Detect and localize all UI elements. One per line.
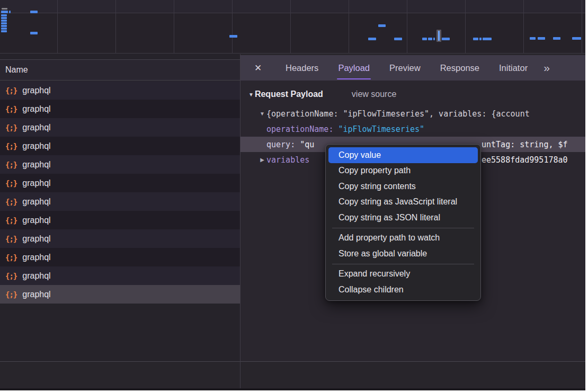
context-menu: Copy valueCopy property pathCopy string … <box>325 144 481 301</box>
property-key: operationName: <box>266 124 333 134</box>
menu-item-copy-property-path[interactable]: Copy property path <box>326 163 480 179</box>
property-key: variables <box>266 155 309 165</box>
menu-item-collapse-children[interactable]: Collapse children <box>326 282 480 298</box>
request-timing-bar <box>473 38 478 40</box>
request-row-graphql[interactable]: {;}graphql <box>0 100 240 118</box>
overview-timeline-band <box>0 0 585 13</box>
request-timing-bar <box>2 8 7 10</box>
request-row-graphql[interactable]: {;}graphql <box>0 192 240 211</box>
overview-gridline <box>232 0 233 54</box>
json-braces-icon: {;} <box>5 216 17 225</box>
tabs-holder: HeadersPayloadPreviewResponseInitiator <box>266 55 528 81</box>
request-row-graphql[interactable]: {;}graphql <box>0 81 240 100</box>
request-timing-bar <box>483 38 492 40</box>
request-timing-bar <box>530 37 536 40</box>
close-icon[interactable]: ✕ <box>254 63 266 74</box>
request-row-graphql[interactable]: {;}graphql <box>0 174 240 192</box>
request-name-label: graphql <box>22 86 50 95</box>
overview-gridline <box>57 0 58 54</box>
details-tab-bar: ✕ HeadersPayloadPreviewResponseInitiator… <box>240 55 585 81</box>
request-timing-bar <box>30 11 38 13</box>
property-key: query: <box>266 140 295 149</box>
request-timing-bar <box>1 28 7 30</box>
variables-preview-right-fragment: ee5588fdad995178a0 <box>482 152 568 167</box>
request-row-graphql[interactable]: {;}graphql <box>0 137 240 155</box>
section-title: Request Payload <box>255 90 323 99</box>
json-braces-icon: {;} <box>5 86 17 95</box>
request-row-graphql[interactable]: {;}graphql <box>0 211 240 229</box>
request-timing-bar <box>1 11 8 13</box>
more-tabs-icon[interactable]: » <box>544 61 549 74</box>
json-braces-icon: {;} <box>5 179 17 188</box>
request-timing-bar <box>394 38 402 40</box>
json-braces-icon: {;} <box>5 105 17 113</box>
overview-gridline <box>349 0 349 54</box>
menu-separator <box>332 264 474 264</box>
request-name-label: graphql <box>22 141 50 151</box>
tab-preview[interactable]: Preview <box>389 55 421 81</box>
request-name-label: graphql <box>22 123 50 132</box>
request-row-graphql[interactable]: {;}graphql <box>0 229 240 248</box>
collapsed-caret-icon[interactable]: ▶ <box>258 157 266 163</box>
request-timing-bar <box>422 38 427 40</box>
panel-divider <box>240 361 240 388</box>
summary-footer-bar <box>0 361 585 388</box>
request-timing-bar <box>428 38 432 40</box>
overview-gridline <box>174 0 174 54</box>
request-timing-bar <box>9 11 11 13</box>
request-list-panel: Name {;}graphql{;}graphql{;}graphql{;}gr… <box>0 54 240 361</box>
menu-item-copy-string-contents[interactable]: Copy string contents <box>326 179 480 194</box>
request-row-graphql[interactable]: {;}graphql <box>0 248 240 266</box>
request-row-graphql[interactable]: {;}graphql <box>0 266 240 285</box>
request-timing-bar <box>1 25 7 27</box>
request-timing-bar <box>442 38 450 40</box>
request-name-label: graphql <box>22 234 50 244</box>
json-braces-icon: {;} <box>5 290 17 299</box>
request-timing-bar <box>1 22 7 24</box>
json-braces-icon: {;} <box>5 123 17 132</box>
menu-item-add-property-path-to-watch[interactable]: Add property path to watch <box>326 230 480 246</box>
tab-response[interactable]: Response <box>440 55 479 81</box>
overview-gridline <box>115 0 116 54</box>
request-timing-bar <box>1 30 7 32</box>
request-name-label: graphql <box>22 197 50 207</box>
request-name-label: graphql <box>22 160 50 170</box>
json-braces-icon: {;} <box>5 161 17 169</box>
window-bottom-edge <box>0 388 585 390</box>
overview-gridline <box>290 0 291 54</box>
tab-headers[interactable]: Headers <box>286 55 318 81</box>
request-rows: {;}graphql{;}graphql{;}graphql{;}graphql… <box>0 81 240 304</box>
tree-row-root[interactable]: ▼ {operationName: "ipFlowTimeseries", va… <box>240 106 585 121</box>
request-row-graphql[interactable]: {;}graphql <box>0 118 240 137</box>
request-timing-bar <box>479 38 482 40</box>
menu-separator <box>332 228 474 228</box>
section-collapse-icon[interactable]: ▼ <box>248 92 254 97</box>
menu-item-copy-string-as-javascript-literal[interactable]: Copy string as JavaScript literal <box>326 194 480 210</box>
request-name-label: graphql <box>22 104 50 114</box>
json-braces-icon: {;} <box>5 272 17 280</box>
root-object-preview: {operationName: "ipFlowTimeseries", vari… <box>266 109 530 119</box>
property-value-right-fragment: untTag: string, $f <box>482 137 568 152</box>
request-timing-bar <box>30 32 38 34</box>
menu-item-copy-string-as-json-literal[interactable]: Copy string as JSON literal <box>326 210 480 226</box>
request-timing-bar <box>1 20 7 22</box>
menu-item-expand-recursively[interactable]: Expand recursively <box>326 266 480 282</box>
view-source-link[interactable]: view source <box>352 90 396 99</box>
network-overview-strip[interactable] <box>0 0 585 54</box>
request-name-label: graphql <box>22 253 50 262</box>
tab-payload[interactable]: Payload <box>338 55 370 81</box>
overview-gridline <box>523 0 524 54</box>
tree-row-operation-name[interactable]: operationName: "ipFlowTimeseries" <box>240 121 585 137</box>
tab-initiator[interactable]: Initiator <box>499 55 528 81</box>
name-column-header[interactable]: Name <box>0 59 240 81</box>
request-row-graphql[interactable]: {;}graphql <box>0 155 240 174</box>
json-braces-icon: {;} <box>5 253 17 262</box>
request-timing-bar <box>572 37 581 40</box>
expand-caret-icon[interactable]: ▼ <box>258 111 266 117</box>
request-payload-section-header[interactable]: ▼ Request Payload view source <box>240 87 585 101</box>
request-timing-bar <box>433 38 435 40</box>
request-row-graphql[interactable]: {;}graphql <box>0 285 240 304</box>
menu-item-store-as-global-variable[interactable]: Store as global variable <box>326 246 480 262</box>
menu-item-copy-value[interactable]: Copy value <box>328 147 478 163</box>
request-name-label: graphql <box>22 290 50 299</box>
